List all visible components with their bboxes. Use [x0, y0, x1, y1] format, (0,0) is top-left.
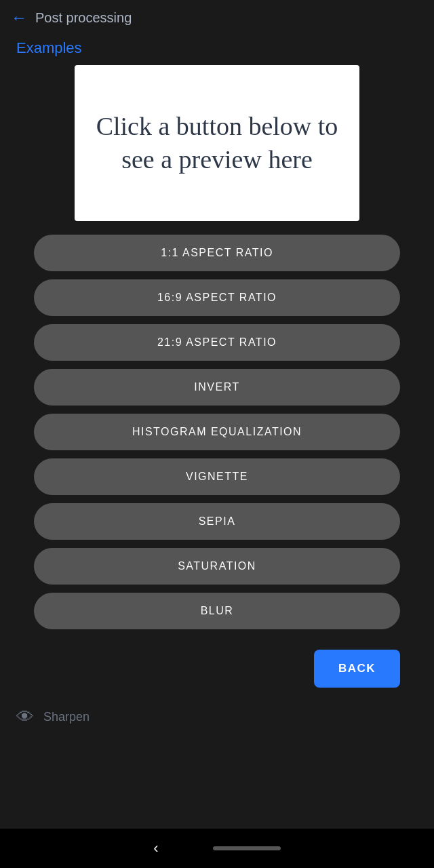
btn-invert[interactable]: INVERT	[34, 369, 400, 406]
btn-histogram-equalization[interactable]: HISTOGRAM EQUALIZATION	[34, 414, 400, 450]
nav-back-chevron[interactable]: ‹	[153, 840, 158, 857]
bottom-hint-area: 👁 Sharpen	[0, 701, 434, 733]
buttons-container: 1:1 ASPECT RATIO 16:9 ASPECT RATIO 21:9 …	[0, 235, 434, 643]
btn-vignette[interactable]: VIGNETTE	[34, 458, 400, 495]
preview-placeholder-text: Click a button below to see a preview he…	[75, 99, 359, 188]
bottom-nav-bar: ‹	[0, 829, 434, 868]
sharpen-icon: 👁	[16, 707, 34, 728]
page-title: Post processing	[35, 10, 132, 26]
btn-1-1-aspect-ratio[interactable]: 1:1 ASPECT RATIO	[34, 235, 400, 271]
back-button-row: BACK	[0, 643, 434, 701]
btn-saturation[interactable]: SATURATION	[34, 548, 400, 585]
btn-21-9-aspect-ratio[interactable]: 21:9 ASPECT RATIO	[34, 324, 400, 361]
back-nav-arrow[interactable]: ←	[11, 8, 27, 27]
btn-blur[interactable]: BLUR	[34, 593, 400, 629]
preview-area: Click a button below to see a preview he…	[75, 65, 359, 221]
back-button[interactable]: BACK	[314, 650, 400, 688]
btn-sepia[interactable]: SEPIA	[34, 503, 400, 540]
sharpen-label: Sharpen	[43, 710, 90, 724]
btn-16-9-aspect-ratio[interactable]: 16:9 ASPECT RATIO	[34, 279, 400, 316]
nav-home-pill[interactable]	[213, 846, 281, 850]
top-bar: ← Post processing	[0, 0, 434, 33]
examples-label: Examples	[0, 33, 434, 65]
